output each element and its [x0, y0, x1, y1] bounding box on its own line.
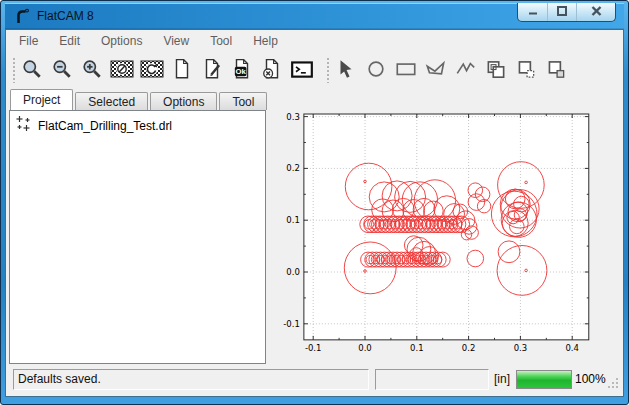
- replot-button[interactable]: [140, 57, 164, 83]
- progress-fill: [517, 371, 571, 388]
- svg-text:0.3: 0.3: [286, 112, 300, 122]
- shell-button[interactable]: [290, 57, 314, 83]
- svg-text:0.0: 0.0: [286, 267, 300, 277]
- menu-bar: FileEditOptionsViewToolHelp: [6, 30, 623, 51]
- svg-text:0.2: 0.2: [286, 163, 300, 173]
- svg-text:0.2: 0.2: [462, 343, 476, 353]
- caption-button-group: [517, 3, 616, 22]
- draw-path-icon: [454, 58, 478, 83]
- replot-icon: [140, 60, 164, 81]
- copy-geometry-icon: [484, 58, 508, 83]
- edit-script-button[interactable]: [200, 57, 224, 83]
- status-message: Defaults saved.: [13, 369, 369, 390]
- menu-item-help[interactable]: Help: [253, 34, 278, 48]
- minimize-icon: [527, 3, 539, 21]
- accept-ok-icon: Ok: [231, 58, 253, 83]
- client-area: FileEditOptionsViewToolHelp Ok ProjectSe…: [5, 29, 624, 397]
- edit-script-icon: [201, 58, 223, 83]
- draw-rectangle-icon: [394, 58, 418, 83]
- menu-item-tool[interactable]: Tool: [210, 34, 232, 48]
- maximize-button[interactable]: [547, 3, 576, 21]
- draw-circle-button[interactable]: [364, 57, 388, 83]
- app-window: FlatCAM 8 FileEditOptionsViewToolHelp Ok…: [0, 0, 629, 405]
- window-title: FlatCAM 8: [37, 9, 94, 23]
- tree-item-label: FlatCam_Drilling_Test.drl: [38, 119, 172, 133]
- menu-item-file[interactable]: File: [19, 34, 38, 48]
- move-geometry-button[interactable]: [544, 57, 568, 83]
- menu-item-view[interactable]: View: [163, 34, 189, 48]
- tree-item[interactable]: FlatCam_Drilling_Test.drl: [10, 111, 265, 136]
- close-button[interactable]: [576, 3, 615, 21]
- draw-path-button[interactable]: [454, 57, 478, 83]
- plot-canvas[interactable]: -0.10.00.10.20.30.4-0.10.00.10.20.3: [269, 103, 623, 371]
- draw-polygon-icon: [424, 58, 448, 83]
- resize-grip-icon[interactable]: [607, 375, 619, 393]
- status-bar: Defaults saved. [in] 100%: [6, 366, 623, 396]
- title-bar[interactable]: FlatCAM 8: [5, 3, 624, 29]
- svg-text:-0.1: -0.1: [305, 343, 322, 353]
- delete-object-icon: [261, 58, 283, 83]
- toolbar-grip: [12, 57, 16, 83]
- new-project-icon: [171, 58, 193, 83]
- draw-polygon-button[interactable]: [424, 57, 448, 83]
- units-label: [in]: [490, 372, 514, 386]
- draw-circle-icon: [365, 58, 387, 83]
- tab-options[interactable]: Options: [150, 92, 217, 110]
- svg-text:0.0: 0.0: [358, 343, 372, 353]
- svg-text:0.1: 0.1: [410, 343, 424, 353]
- zoom-out-button[interactable]: [50, 57, 74, 83]
- zoom-in-button[interactable]: [80, 57, 104, 83]
- menu-item-options[interactable]: Options: [101, 34, 142, 48]
- zoom-fit-button[interactable]: [20, 57, 44, 83]
- tab-project[interactable]: Project: [10, 89, 73, 110]
- flatcam-logo-icon: [13, 7, 32, 30]
- svg-text:0.1: 0.1: [286, 215, 300, 225]
- svg-text:Ok: Ok: [235, 67, 246, 76]
- svg-text:0.4: 0.4: [565, 343, 579, 353]
- drill-marks-icon: [15, 115, 32, 136]
- select-arrow-icon: [335, 58, 357, 83]
- zoom-out-icon: [51, 58, 73, 83]
- new-project-button[interactable]: [170, 57, 194, 83]
- zoom-in-icon: [81, 58, 103, 83]
- copy-special-button[interactable]: [514, 57, 538, 83]
- move-geometry-icon: [544, 58, 568, 83]
- toolbar: Ok: [6, 51, 623, 89]
- copy-geometry-button[interactable]: [484, 57, 508, 83]
- clear-plot-icon: [110, 60, 134, 81]
- toolbar-grip: [326, 57, 330, 83]
- clear-plot-button[interactable]: [110, 57, 134, 83]
- accept-ok-button[interactable]: Ok: [230, 57, 254, 83]
- progress-bar: [516, 370, 572, 389]
- select-arrow-button[interactable]: [334, 57, 358, 83]
- delete-object-button[interactable]: [260, 57, 284, 83]
- draw-rectangle-button[interactable]: [394, 57, 418, 83]
- progress-percent-label: 100%: [575, 372, 606, 386]
- minimize-button[interactable]: [518, 3, 547, 21]
- zoom-fit-icon: [21, 58, 43, 83]
- maximize-icon: [556, 3, 568, 21]
- copy-special-icon: [514, 58, 538, 83]
- tab-bar: ProjectSelectedOptionsTool: [10, 89, 269, 110]
- svg-text:-0.1: -0.1: [283, 319, 300, 329]
- svg-text:0.3: 0.3: [514, 343, 528, 353]
- tab-tool[interactable]: Tool: [219, 92, 267, 110]
- status-secondary-field: [375, 369, 489, 390]
- close-icon: [590, 3, 603, 21]
- shell-icon: [290, 58, 314, 83]
- tab-selected[interactable]: Selected: [75, 92, 148, 110]
- menu-item-edit[interactable]: Edit: [59, 34, 80, 48]
- project-tree-panel: FlatCam_Drilling_Test.drl: [9, 110, 266, 364]
